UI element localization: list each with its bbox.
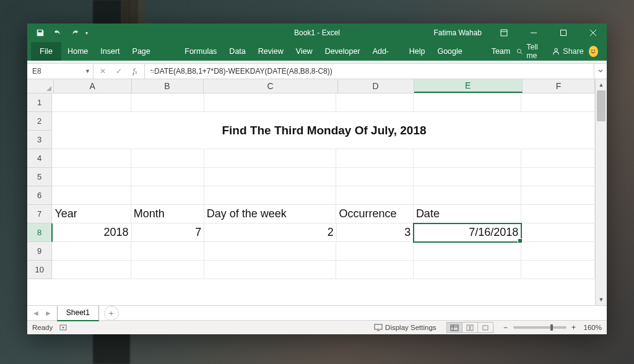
cell-C1[interactable] <box>204 93 337 112</box>
cell-F8[interactable] <box>521 223 595 242</box>
row-header-3[interactable]: 3 <box>27 131 52 149</box>
cell-A5[interactable] <box>52 168 131 186</box>
cell-B2[interactable] <box>131 112 204 131</box>
zoom-level[interactable]: 160% <box>584 324 602 331</box>
cell-D6[interactable] <box>336 186 414 205</box>
cell-D1[interactable] <box>336 93 414 112</box>
cell-B10[interactable] <box>131 261 204 279</box>
cell-B1[interactable] <box>131 93 204 112</box>
cell-B3[interactable] <box>131 131 204 149</box>
row-header-5[interactable]: 5 <box>27 168 52 186</box>
tab-team[interactable]: Team <box>485 42 517 61</box>
cell-F9[interactable] <box>521 242 595 261</box>
cell-A1[interactable] <box>52 93 131 112</box>
cell-C4[interactable] <box>204 149 337 168</box>
formula-bar-expand-icon[interactable] <box>594 64 607 79</box>
cell-A6[interactable] <box>52 186 131 205</box>
row-header-4[interactable]: 4 <box>27 149 52 168</box>
row-header-9[interactable]: 9 <box>27 242 52 261</box>
sheet-nav-arrows[interactable]: ◄ ► <box>27 309 57 318</box>
tab-insert[interactable]: Insert <box>94 42 126 61</box>
scroll-down-icon[interactable]: ▼ <box>596 294 607 305</box>
cell-E1[interactable] <box>414 93 521 112</box>
cell-C9[interactable] <box>204 242 337 261</box>
cell-E7[interactable]: Date <box>414 205 521 223</box>
redo-icon[interactable] <box>71 28 79 37</box>
file-tab[interactable]: File <box>31 42 61 61</box>
cell-A10[interactable] <box>52 261 131 279</box>
view-page-break-icon[interactable] <box>478 323 493 332</box>
sheet-nav-prev-icon[interactable]: ◄ <box>32 309 40 318</box>
cell-E10[interactable] <box>414 261 521 279</box>
cell-A3[interactable] <box>52 131 131 149</box>
cell-C2[interactable] <box>204 112 337 131</box>
cell-F7[interactable] <box>521 205 595 223</box>
cell-D10[interactable] <box>336 261 414 279</box>
zoom-thumb[interactable] <box>550 324 553 331</box>
tab-add-ins[interactable]: Add-ins <box>367 42 403 61</box>
cell-D7[interactable]: Occurrence <box>336 205 414 223</box>
zoom-track[interactable] <box>513 326 567 329</box>
scrollbar-thumb[interactable] <box>597 90 606 121</box>
cell-C7[interactable]: Day of the week <box>204 205 337 223</box>
cell-B9[interactable] <box>131 242 204 261</box>
display-settings-button[interactable]: Display Settings <box>374 324 436 331</box>
cell-B5[interactable] <box>131 168 204 186</box>
undo-icon[interactable] <box>53 28 62 37</box>
row-header-7[interactable]: 7 <box>27 205 52 223</box>
cell-C8[interactable]: 2 <box>204 223 336 242</box>
cell-D9[interactable] <box>336 242 414 261</box>
cell-B4[interactable] <box>131 149 204 168</box>
row-header-10[interactable]: 10 <box>27 261 52 279</box>
sheet-nav-next-icon[interactable]: ► <box>45 309 52 318</box>
ribbon-display-options-button[interactable] <box>490 24 518 42</box>
cell-F10[interactable] <box>521 261 595 279</box>
signed-in-user[interactable]: Fatima Wahab <box>433 28 482 37</box>
cell-D2[interactable] <box>336 112 414 131</box>
cell-B8[interactable]: 7 <box>132 223 205 242</box>
maximize-button[interactable] <box>550 24 577 42</box>
zoom-out-button[interactable]: − <box>502 323 510 332</box>
cell-D8[interactable]: 3 <box>337 223 414 242</box>
name-box-dropdown-icon[interactable]: ▼ <box>85 68 90 74</box>
sheet-tab-sheet1[interactable]: Sheet1 <box>57 306 99 321</box>
tab-developer[interactable]: Developer <box>319 42 367 61</box>
cell-A2[interactable] <box>52 112 131 131</box>
tab-formulas[interactable]: Formulas <box>178 42 223 61</box>
cell-E9[interactable] <box>414 242 521 261</box>
tab-view[interactable]: View <box>290 42 319 61</box>
cell-F6[interactable] <box>521 186 595 205</box>
view-normal-icon[interactable] <box>447 323 462 332</box>
cell-E3[interactable] <box>414 131 521 149</box>
cell-B6[interactable] <box>131 186 204 205</box>
add-sheet-button[interactable]: ＋ <box>104 306 119 321</box>
scroll-up-icon[interactable]: ▲ <box>596 79 607 90</box>
cell-F3[interactable] <box>521 131 595 149</box>
tab-help[interactable]: Help <box>403 42 432 61</box>
cell-D3[interactable] <box>336 131 414 149</box>
enter-formula-icon[interactable]: ✓ <box>113 67 124 76</box>
cell-A4[interactable] <box>52 149 131 168</box>
row-header-6[interactable]: 6 <box>27 186 52 205</box>
tab-google-drive[interactable]: Google Drive <box>431 42 485 61</box>
share-button[interactable]: Share <box>552 47 583 56</box>
row-header-2[interactable]: 2 <box>27 112 52 131</box>
cell-E5[interactable] <box>414 168 521 186</box>
cell-B7[interactable]: Month <box>131 205 204 223</box>
tab-page-layout[interactable]: Page Layout <box>126 42 179 61</box>
cancel-formula-icon[interactable]: ✕ <box>97 67 108 76</box>
cell-E4[interactable] <box>414 149 521 168</box>
col-header-B[interactable]: B <box>132 79 204 93</box>
tab-review[interactable]: Review <box>252 42 290 61</box>
save-icon[interactable] <box>36 28 45 37</box>
vertical-scrollbar[interactable]: ▲ ▼ <box>595 79 607 305</box>
cell-A8[interactable]: 2018 <box>53 223 131 242</box>
cell-A9[interactable] <box>52 242 131 261</box>
col-header-E[interactable]: E <box>414 79 523 93</box>
cell-C3[interactable] <box>204 131 337 149</box>
tell-me-search[interactable]: Tell me <box>516 43 547 60</box>
name-box[interactable]: E8 ▼ <box>27 64 93 79</box>
col-header-D[interactable]: D <box>338 79 414 93</box>
cell-E8[interactable]: 7/16/2018 <box>414 223 521 242</box>
select-all-corner[interactable] <box>27 79 54 93</box>
